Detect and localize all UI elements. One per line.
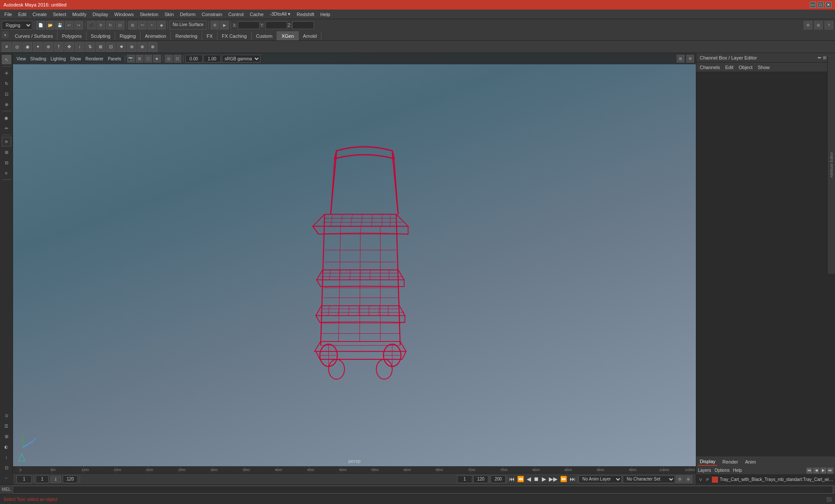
- go-start-btn[interactable]: ⏮: [508, 476, 515, 482]
- tab-curves-surfaces[interactable]: Curves / Surfaces: [10, 31, 57, 40]
- menu-redshift[interactable]: Redshift: [294, 11, 317, 18]
- tab-polygons[interactable]: Polygons: [57, 31, 86, 40]
- scale-btn[interactable]: ⊡: [116, 21, 124, 30]
- cb-tab-edit[interactable]: Edit: [725, 65, 733, 70]
- vp-shading-menu[interactable]: Shading: [29, 56, 48, 62]
- shelf-icon-10[interactable]: ⊠: [96, 42, 105, 52]
- menu-display[interactable]: Display: [90, 11, 111, 18]
- rotate-tool-btn[interactable]: ↻: [2, 79, 11, 88]
- tab-custom[interactable]: Custom: [252, 31, 277, 40]
- menu-modify[interactable]: Modify: [70, 11, 89, 18]
- scale-tool-btn[interactable]: ⊡: [2, 89, 11, 99]
- tab-fx[interactable]: FX: [202, 31, 217, 40]
- vp-right-btn2[interactable]: ⚙: [686, 55, 694, 63]
- live-surface-button[interactable]: No Live Surface: [170, 21, 207, 30]
- cb-tab-object[interactable]: Object: [738, 65, 752, 70]
- vp-value1-input[interactable]: [185, 55, 203, 63]
- snap-grid-btn[interactable]: ⊞: [128, 21, 137, 30]
- layer-visible-v[interactable]: V: [698, 477, 703, 482]
- vp-camera-btn[interactable]: 📷: [127, 55, 135, 63]
- layer-nav-right[interactable]: ▶: [820, 468, 826, 474]
- layer-nav-buttons[interactable]: ⏮ ◀ ▶ ⏭: [806, 468, 833, 474]
- open-btn[interactable]: 📂: [46, 21, 54, 30]
- vp-panels-menu[interactable]: Panels: [106, 56, 123, 62]
- layers-option-options[interactable]: Options: [715, 468, 729, 473]
- layers-tab-anim[interactable]: Anim: [743, 458, 758, 465]
- prev-key-btn[interactable]: ◀: [526, 476, 532, 482]
- minimize-button[interactable]: —: [810, 2, 816, 8]
- vp-value2-input[interactable]: [204, 55, 221, 63]
- shelf-icon-1[interactable]: ✕: [2, 42, 11, 52]
- layers-option-layers[interactable]: Layers: [698, 468, 711, 473]
- vp-show-menu[interactable]: Show: [68, 56, 83, 62]
- mel-input[interactable]: [13, 486, 833, 494]
- anim-layer-selector[interactable]: No Anim Layer: [578, 475, 622, 483]
- anim-range-end[interactable]: [473, 475, 488, 483]
- snap-surface-btn[interactable]: ◆: [157, 21, 166, 30]
- go-end-btn[interactable]: ⏭: [569, 476, 576, 482]
- play-fwd-btn[interactable]: ▶: [541, 476, 547, 482]
- menu-edit[interactable]: Edit: [16, 11, 29, 18]
- extra-btn-3[interactable]: −: [2, 473, 11, 483]
- tab-rigging[interactable]: Rigging: [115, 31, 140, 40]
- next-key-btn[interactable]: ▶▶: [548, 476, 558, 482]
- snap-point-btn[interactable]: •: [147, 21, 156, 30]
- universal-tool-btn[interactable]: ⊕: [2, 99, 11, 109]
- layers-option-help[interactable]: Help: [733, 468, 742, 473]
- tab-xgen[interactable]: XGen: [277, 31, 298, 40]
- color-settings-btn[interactable]: ◐: [2, 442, 11, 451]
- layer-nav-left[interactable]: ◀: [813, 468, 819, 474]
- menu-select[interactable]: Select: [50, 11, 69, 18]
- redo-btn[interactable]: ↪: [74, 21, 83, 30]
- menu-windows[interactable]: Windows: [112, 11, 137, 18]
- z-coord-input[interactable]: [292, 21, 314, 29]
- menu-control[interactable]: Control: [226, 11, 246, 18]
- menu-skin[interactable]: Skin: [162, 11, 176, 18]
- layer-visible-p[interactable]: P: [705, 477, 710, 482]
- shelf-icon-5[interactable]: ⊕: [43, 42, 53, 52]
- next-frame-btn[interactable]: ⏩: [559, 476, 568, 482]
- soft-select-btn[interactable]: ◉: [2, 113, 11, 123]
- tab-arnold[interactable]: Arnold: [299, 31, 322, 40]
- vp-solid-btn[interactable]: ■: [153, 55, 161, 63]
- grid-btn-right[interactable]: ⊞: [814, 21, 823, 30]
- viewport[interactable]: View Shading Lighting Show Renderer Pane…: [13, 53, 696, 466]
- shelf-icon-11[interactable]: ⊡: [106, 42, 116, 52]
- shelf-icon-12[interactable]: ❖: [117, 42, 126, 52]
- shelf-icon-8[interactable]: ↕: [75, 42, 84, 52]
- settings-btn-right[interactable]: ⚙: [804, 21, 812, 30]
- attr-spread-btn[interactable]: ≡: [2, 168, 11, 178]
- vp-right-btn1[interactable]: ⊞: [677, 55, 685, 63]
- prev-frame-btn[interactable]: ⏪: [516, 476, 525, 482]
- extra-btn-1[interactable]: ↕: [2, 452, 11, 462]
- vp-grid-btn[interactable]: ⊞: [136, 55, 144, 63]
- shelf-icon-9[interactable]: ⇅: [85, 42, 95, 52]
- anim-layers-btn[interactable]: ⊟: [2, 158, 11, 167]
- range-start-input[interactable]: [36, 475, 49, 483]
- menu-help[interactable]: Help: [318, 11, 333, 18]
- maximize-button[interactable]: □: [818, 2, 824, 8]
- tab-rendering[interactable]: Rendering: [171, 31, 202, 40]
- current-frame-input[interactable]: [17, 475, 32, 483]
- extra-btn-2[interactable]: ⊡: [2, 463, 11, 472]
- menu-create[interactable]: Create: [30, 11, 50, 18]
- menu-file[interactable]: File: [2, 11, 15, 18]
- gamma-selector[interactable]: sRGB gamma: [222, 55, 261, 63]
- layer-nav-left-left[interactable]: ⏮: [806, 468, 812, 474]
- vp-wire-btn[interactable]: ⬡: [144, 55, 152, 63]
- range-end-input[interactable]: [63, 475, 78, 483]
- rp-arrow-icon[interactable]: ⬅: [818, 55, 821, 60]
- menu-constrain[interactable]: Constrain: [199, 11, 225, 18]
- playback-speed-input[interactable]: [491, 475, 506, 483]
- char-set-add-btn[interactable]: ⊕: [685, 475, 692, 483]
- select-btn[interactable]: ⬛: [87, 21, 96, 30]
- frame-checkbox[interactable]: 1: [50, 476, 61, 483]
- shelf-icon-6[interactable]: †: [54, 42, 63, 52]
- window-controls[interactable]: — □ ✕: [810, 2, 832, 8]
- vp-resolution-btn[interactable]: ⊡: [174, 55, 181, 63]
- stop-btn[interactable]: ⏹: [533, 476, 540, 482]
- layers-tab-render[interactable]: Render: [721, 458, 740, 465]
- menu-deform[interactable]: Deform: [177, 11, 198, 18]
- undo-btn[interactable]: ↩: [65, 21, 73, 30]
- shelf-icon-15[interactable]: ⊗: [148, 42, 157, 52]
